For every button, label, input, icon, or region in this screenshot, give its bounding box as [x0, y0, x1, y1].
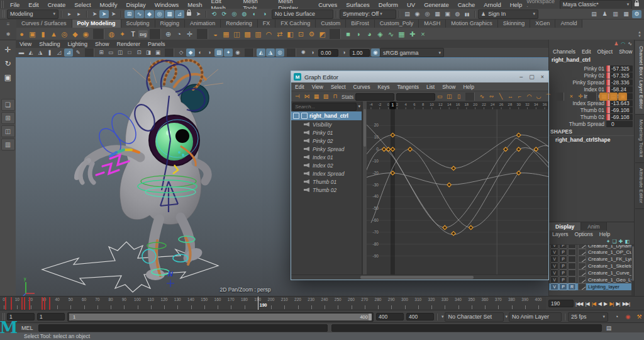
- poly-torus-icon[interactable]: ◎: [59, 29, 70, 39]
- shelf-tab[interactable]: XGen: [530, 20, 555, 28]
- arnold-render-icon[interactable]: ◍: [453, 10, 462, 18]
- safe-action-icon[interactable]: ◨: [144, 48, 153, 57]
- outliner-channel-item[interactable]: Visibility: [291, 120, 362, 128]
- layer-color-icon[interactable]: [578, 249, 586, 256]
- statusline-grip[interactable]: [3, 10, 6, 18]
- snap-view-plane-icon[interactable]: ▦: [165, 10, 174, 18]
- sphere-project-icon[interactable]: ◒: [210, 29, 221, 39]
- spline-tangent-icon[interactable]: ∿: [477, 93, 486, 101]
- multi-cut-icon[interactable]: ✚: [407, 29, 418, 39]
- fold-plane-icon[interactable]: ◩: [317, 29, 328, 39]
- layer-editor-tab[interactable]: Display: [549, 222, 581, 230]
- channel-mute-icon[interactable]: [304, 139, 309, 143]
- plateau-tangent-icon[interactable]: ◠: [525, 93, 533, 101]
- layer-display-type-toggle[interactable]: R: [568, 283, 576, 290]
- channel-mute-icon[interactable]: [304, 163, 309, 167]
- menu-set-selector[interactable]: Modeling ▾: [7, 9, 58, 19]
- symmetry-selector[interactable]: Symmetry: Off ▾: [340, 9, 396, 19]
- sidebar-tab[interactable]: Attribute Editor: [635, 163, 644, 209]
- shelf-tab[interactable]: MASH: [419, 20, 446, 28]
- live-surface-field[interactable]: No Live Surface: [272, 9, 333, 19]
- curve-warp-icon[interactable]: ∿: [386, 29, 396, 39]
- snap-point-icon[interactable]: ◆: [145, 10, 154, 18]
- field-chart-icon[interactable]: ⊡: [135, 48, 143, 57]
- layer-visibility-toggle[interactable]: V: [550, 263, 558, 269]
- shelf-options[interactable]: ≡ ✱: [0, 19, 16, 40]
- chevron-down-icon[interactable]: ▾: [505, 314, 508, 319]
- knife-tool-icon[interactable]: ×: [418, 29, 428, 39]
- modeling-toolkit-toggle-icon[interactable]: ⚙: [632, 10, 641, 18]
- snap-grid-icon[interactable]: ⊞: [125, 10, 134, 18]
- step-back-key-button[interactable]: |◀: [591, 301, 597, 307]
- layer-display-type-toggle[interactable]: [568, 256, 576, 263]
- insert-key-icon[interactable]: ⋈: [303, 93, 311, 101]
- channel-value-field[interactable]: -57.325: [606, 72, 633, 79]
- green-cube-icon[interactable]: ◈: [375, 29, 386, 39]
- minimize-icon[interactable]: –: [519, 74, 523, 80]
- pause-icon[interactable]: ▮▮: [462, 10, 472, 18]
- linear-tangent-icon[interactable]: ╲: [496, 93, 505, 101]
- film-gate-icon[interactable]: ▭: [106, 48, 115, 57]
- outliner-channel-item[interactable]: Pinky Spread: [291, 145, 362, 153]
- colorspace-selector[interactable]: sRGB gamma ▾: [380, 48, 444, 57]
- shelf-gear-icon[interactable]: ✱: [6, 31, 11, 37]
- command-input[interactable]: [38, 324, 328, 332]
- layer-color-icon[interactable]: [578, 276, 586, 283]
- channel-value-field[interactable]: 0: [606, 121, 633, 127]
- channel-row[interactable]: Pinky 01 -57.325: [549, 65, 635, 72]
- channel-value-field[interactable]: -69.108: [606, 114, 633, 120]
- shelf-tab[interactable]: Poly Modeling: [72, 20, 121, 28]
- layer-color-icon[interactable]: [578, 269, 586, 276]
- lattice-deform-keys-icon[interactable]: ▦: [312, 93, 321, 101]
- graph-editor-menu-item[interactable]: Edit: [291, 84, 308, 90]
- origin-locator-icon[interactable]: ✛: [184, 29, 195, 39]
- snap-projected-center-icon[interactable]: ◎: [155, 10, 164, 18]
- panel-menu-item[interactable]: Lighting: [64, 41, 91, 47]
- shelf-tab[interactable]: Curves / Surfaces: [16, 20, 72, 28]
- select-hierarchy-icon[interactable]: ➤: [90, 10, 99, 18]
- empty-layer-icon[interactable]: ❏: [613, 239, 617, 244]
- layer-editor-tab[interactable]: Anim: [581, 222, 606, 230]
- scene-back-icon[interactable]: ▸: [65, 10, 74, 18]
- render-current-frame-icon[interactable]: ◉: [413, 10, 422, 18]
- search-input[interactable]: [292, 103, 357, 111]
- gate-mask-icon[interactable]: □: [125, 48, 134, 57]
- pre-infinity-icon[interactable]: ▣: [618, 93, 627, 101]
- layer-playback-toggle[interactable]: P: [559, 249, 567, 256]
- output-connection-icon[interactable]: ⟳: [219, 10, 229, 18]
- fixed-tangent-icon[interactable]: ⌒: [543, 93, 552, 101]
- menu-item[interactable]: Windows: [150, 1, 184, 8]
- shelf-tab[interactable]: Skinning: [498, 20, 531, 28]
- playback-options-icon[interactable]: ◔: [612, 313, 621, 321]
- channel-value-field[interactable]: -57.325: [606, 65, 633, 72]
- shelf-tab[interactable]: Custom_Poly: [375, 20, 419, 28]
- graph-editor-menu-item[interactable]: Curves: [350, 84, 374, 90]
- shelf-tab[interactable]: Arnold: [555, 20, 582, 28]
- smooth-mesh-icon[interactable]: ◍: [106, 29, 117, 39]
- command-language-toggle[interactable]: MEL: [18, 325, 38, 331]
- auto-key-icon[interactable]: ◉: [623, 313, 633, 321]
- camera-attributes-icon[interactable]: ◮: [36, 48, 45, 57]
- gamma-icon[interactable]: ◑: [308, 48, 317, 57]
- highlight-selection-icon[interactable]: ➤: [194, 10, 203, 18]
- panel-menu-item[interactable]: Shading: [35, 41, 64, 47]
- use-lights-icon[interactable]: ◑: [205, 48, 214, 57]
- color-management-icon[interactable]: ◉: [371, 48, 380, 57]
- select-component-icon[interactable]: ➤: [109, 10, 118, 18]
- layer-visibility-toggle[interactable]: V: [550, 276, 558, 283]
- four-pane-layout[interactable]: ⊞: [1, 112, 15, 124]
- graph-editor-menu-item[interactable]: List: [423, 84, 438, 90]
- go-to-start-button[interactable]: |◀◀: [574, 301, 584, 307]
- layer-row[interactable]: V P Creature_1_Curve_Lyr: [549, 269, 635, 276]
- channel-box-menu-item[interactable]: Edit: [579, 48, 594, 55]
- layer-visibility-toggle[interactable]: V: [550, 283, 558, 290]
- outliner-scrollbar[interactable]: [362, 101, 367, 275]
- gear-mesh-icon[interactable]: ⚙: [306, 29, 317, 39]
- channel-mute-icon[interactable]: [304, 147, 309, 151]
- channel-box-toggle-icon[interactable]: ▥: [611, 10, 620, 18]
- menu-item[interactable]: Generate: [419, 1, 453, 8]
- select-camera-icon[interactable]: ▬: [17, 48, 26, 57]
- menu-item[interactable]: Help: [506, 1, 527, 8]
- shaded-icon[interactable]: ◆: [186, 48, 195, 57]
- range-end-handle[interactable]: [369, 314, 372, 320]
